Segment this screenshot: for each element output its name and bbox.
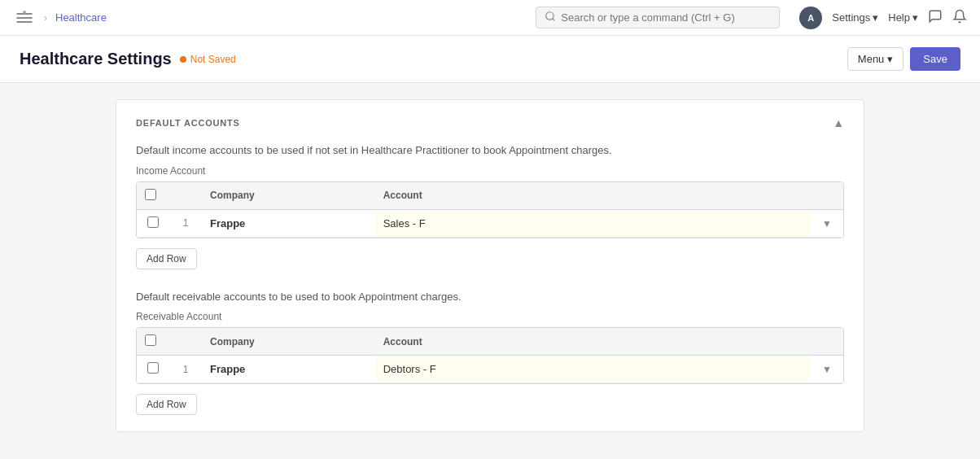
not-saved-dot [180,56,186,63]
search-icon [545,11,556,24]
income-company-header: Company [202,182,375,210]
recv-check-all[interactable] [145,334,156,346]
content-card: DEFAULT ACCOUNTS ▲ Default income accoun… [116,99,864,432]
income-row1-dropdown[interactable]: ▼ [811,209,843,237]
recv-check-header [137,328,169,356]
receivable-desc: Default receivable accounts to be used t… [136,289,844,305]
income-row1-check[interactable] [137,209,169,237]
income-row1-account[interactable] [375,209,811,237]
recv-row1-account[interactable] [375,356,811,383]
divider [136,269,844,289]
recv-action-header [811,328,843,356]
income-row1-checkbox[interactable] [147,216,159,228]
chat-icon-button[interactable] [928,9,943,27]
help-button[interactable]: Help ▾ [888,11,918,24]
app-logo[interactable] [13,7,36,29]
income-row1-idx: 1 [169,209,202,237]
not-saved-badge: Not Saved [180,54,236,65]
income-add-row-button[interactable]: Add Row [136,248,197,269]
chevron-down-icon[interactable]: ▼ [822,218,832,230]
recv-idx-header [169,328,202,356]
recv-row1-check[interactable] [137,356,169,383]
main-content: DEFAULT ACCOUNTS ▲ Default income accoun… [0,83,980,457]
menu-button[interactable]: Menu ▾ [847,47,904,71]
avatar[interactable]: A [799,7,822,29]
recv-row1-idx: 1 [169,356,202,383]
income-account-table: Company Account 1 Frappe [136,181,844,238]
page-header: Healthcare Settings Not Saved Menu ▾ Sav… [0,36,980,83]
income-action-header [811,182,843,210]
recv-company-header: Company [202,328,375,356]
settings-button[interactable]: Settings ▾ [832,11,878,24]
income-account-header: Account [375,182,811,210]
recv-row1-checkbox[interactable] [147,362,159,374]
income-idx-header [169,182,202,210]
save-button[interactable]: Save [910,47,960,71]
receivable-add-row-button[interactable]: Add Row [136,394,197,415]
income-row1-company: Frappe [202,209,375,237]
header-actions: Menu ▾ Save [847,47,960,71]
navbar-right: A Settings ▾ Help ▾ [799,7,967,29]
receivable-label: Receivable Account [136,311,844,322]
recv-account-header: Account [375,328,811,356]
default-accounts-section-header: DEFAULT ACCOUNTS ▲ [136,116,844,129]
page-title-group: Healthcare Settings Not Saved [20,50,236,68]
recv-account-input[interactable] [383,363,803,375]
income-check-header [137,182,169,210]
navbar: › Healthcare A Settings ▾ Help ▾ [0,0,980,36]
income-check-all[interactable] [145,189,156,200]
recv-row1-company: Frappe [202,356,375,383]
default-accounts-title: DEFAULT ACCOUNTS [136,118,240,128]
breadcrumb-chevron: › [44,12,47,24]
chevron-down-icon[interactable]: ▼ [822,364,832,375]
table-row: 1 Frappe ▼ [137,356,843,383]
income-label: Income Account [136,165,844,177]
svg-point-1 [546,12,553,20]
collapse-icon[interactable]: ▲ [833,116,844,129]
receivable-account-table: Company Account 1 Frappe [136,327,844,384]
income-account-input[interactable] [383,217,803,230]
global-search[interactable] [536,7,780,28]
not-saved-label: Not Saved [190,54,236,65]
notification-bell-button[interactable] [952,9,967,27]
search-input[interactable] [561,11,771,24]
svg-point-0 [23,11,26,14]
income-desc: Default income accounts to be used if no… [136,142,844,159]
page-title: Healthcare Settings [20,50,172,68]
breadcrumb-label[interactable]: Healthcare [55,11,107,24]
table-row: 1 Frappe ▼ [137,209,843,237]
recv-row1-dropdown[interactable]: ▼ [811,356,843,383]
